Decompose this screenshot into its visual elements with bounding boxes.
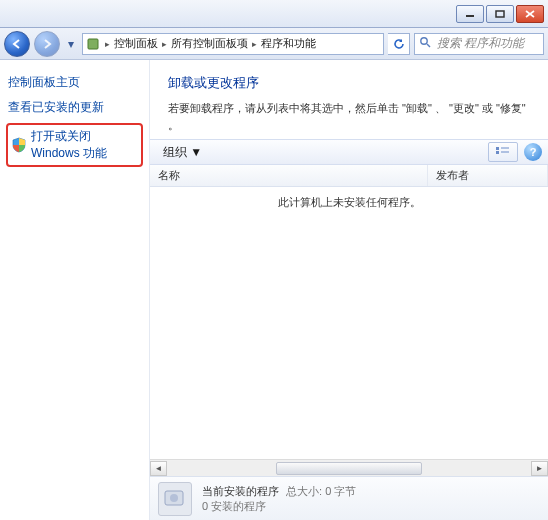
crumb-arrow-icon: ▸ [103,39,112,49]
svg-rect-4 [88,39,98,49]
footer-size: 总大小: 0 字节 [286,485,356,497]
empty-message: 此计算机上未安装任何程序。 [150,187,548,210]
history-dropdown[interactable]: ▾ [64,34,78,54]
forward-button[interactable] [34,31,60,57]
program-list: 此计算机上未安装任何程序。 [150,187,548,459]
sidebar-link-windows-features[interactable]: 打开或关闭 Windows 功能 [6,123,143,167]
column-name[interactable]: 名称 [150,165,428,186]
breadcrumb-item[interactable]: 程序和功能 [259,36,318,51]
refresh-button[interactable] [388,33,410,55]
status-footer: 当前安装的程序 总大小: 0 字节 0 安装的程序 [150,476,548,520]
footer-title: 当前安装的程序 [202,485,279,497]
footer-count: 0 安装的程序 [202,499,356,514]
column-publisher[interactable]: 发布者 [428,165,548,186]
sidebar-link-home[interactable]: 控制面板主页 [6,70,143,95]
address-bar[interactable]: ▸ 控制面板 ▸ 所有控制面板项 ▸ 程序和功能 [82,33,384,55]
crumb-arrow-icon: ▸ [160,39,169,49]
list-toolbar: 组织 ▼ ? [150,139,548,165]
search-placeholder: 搜索 程序和功能 [437,35,524,52]
back-button[interactable] [4,31,30,57]
crumb-arrow-icon: ▸ [250,39,259,49]
horizontal-scrollbar[interactable]: ◄ ► [150,459,548,476]
search-input[interactable]: 搜索 程序和功能 [414,33,544,55]
page-description: 若要卸载程序，请从列表中将其选中，然后单击 "卸载" 、 "更改" 或 "修复"… [168,100,534,133]
scroll-right-button[interactable]: ► [531,461,548,476]
navigation-bar: ▾ ▸ 控制面板 ▸ 所有控制面板项 ▸ 程序和功能 搜索 程序和功能 [0,28,548,60]
minimize-button[interactable] [456,5,484,23]
scroll-thumb[interactable] [276,462,422,475]
sidebar: 控制面板主页 查看已安装的更新 打开或关闭 Windows 功能 [0,60,150,520]
close-button[interactable] [516,5,544,23]
sidebar-link-updates[interactable]: 查看已安装的更新 [6,95,143,120]
breadcrumb-item[interactable]: 所有控制面板项 [169,36,250,51]
main-panel: 卸载或更改程序 若要卸载程序，请从列表中将其选中，然后单击 "卸载" 、 "更改… [150,60,548,520]
breadcrumb-item[interactable]: 控制面板 [112,36,160,51]
scroll-left-button[interactable]: ◄ [150,461,167,476]
svg-line-6 [427,44,430,47]
location-icon [83,37,103,51]
page-heading: 卸载或更改程序 [168,74,534,92]
list-header: 名称 发布者 [150,165,548,187]
programs-icon [158,482,192,516]
sidebar-item-label: 打开或关闭 Windows 功能 [31,128,138,162]
scroll-track[interactable] [167,461,531,476]
view-options-button[interactable] [488,142,518,162]
svg-point-5 [421,38,427,44]
svg-rect-7 [496,147,499,150]
window-titlebar [0,0,548,28]
shield-icon [11,137,27,153]
svg-point-12 [170,494,178,502]
svg-rect-1 [496,11,504,17]
maximize-button[interactable] [486,5,514,23]
organize-button[interactable]: 组织 ▼ [156,141,209,164]
search-icon [419,36,433,51]
svg-rect-8 [496,151,499,154]
help-button[interactable]: ? [524,143,542,161]
organize-label: 组织 ▼ [163,144,202,161]
